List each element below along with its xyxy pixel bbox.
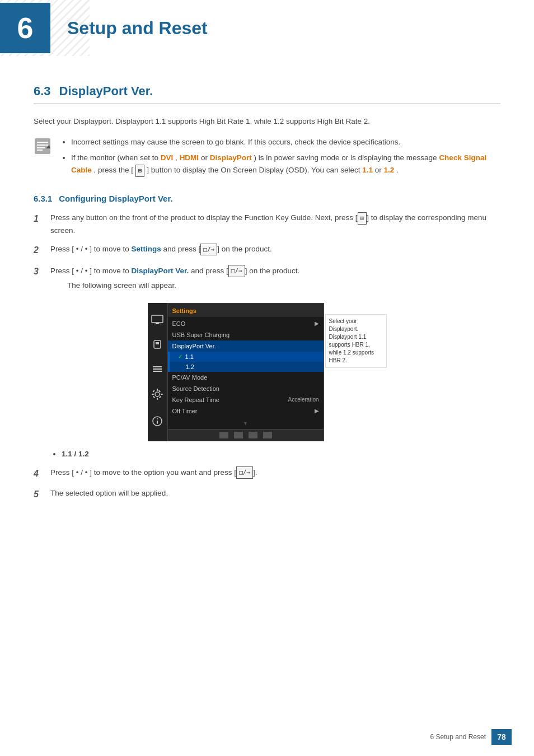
svg-rect-17 <box>152 394 154 395</box>
chapter-title: Setup and Reset <box>62 18 208 38</box>
option-versions-text: 1.1 / 1.2 <box>62 450 89 458</box>
menu-label-pcav: PC/AV Mode <box>172 374 208 381</box>
step-number-1: 1 <box>34 212 50 226</box>
svg-rect-1 <box>37 142 48 143</box>
footer-page-number: 78 <box>491 729 512 745</box>
step-text-4: Press [ • / • ] to move to the option yo… <box>50 466 500 479</box>
screenshot-container: Settings ECO ▶ USB Super Charging <box>34 303 500 441</box>
eco-arrow: ▶ <box>315 320 319 326</box>
submenu-row-12: 1.2 <box>170 362 324 372</box>
svg-rect-24 <box>157 421 158 424</box>
note-middle: ) is in power saving mode or is displayi… <box>254 153 439 162</box>
dp-highlight: DisplayPort <box>210 153 252 162</box>
footer-btn-3 <box>249 432 257 438</box>
note-list: Incorrect settings may cause the screen … <box>60 136 500 178</box>
step-number-2: 2 <box>34 243 50 258</box>
svg-rect-3 <box>37 147 45 148</box>
svg-rect-6 <box>152 315 163 323</box>
screenshot-main: Settings ECO ▶ USB Super Charging <box>167 303 324 441</box>
svg-rect-16 <box>157 398 158 400</box>
note-box: Incorrect settings may cause the screen … <box>34 136 500 180</box>
v1-highlight: 1.1 <box>362 166 373 174</box>
svg-rect-20 <box>159 396 161 398</box>
note-item-1: Incorrect settings may cause the screen … <box>71 136 500 149</box>
hdmi-highlight: HDMI <box>180 153 199 162</box>
submenu: ✓ 1.1 1.2 <box>168 352 324 372</box>
intro-text: Select your Displayport. Displayport 1.1… <box>34 115 500 128</box>
menu-row-keyrepeat: Key Repeat Time Acceleration <box>168 394 324 405</box>
submenu-row-11: ✓ 1.1 <box>170 352 324 362</box>
menu-icon <box>151 364 163 376</box>
menu-row-dp: DisplayPort Ver. <box>168 340 324 352</box>
svg-point-14 <box>155 392 160 396</box>
steps-list-cont: 4 Press [ • / • ] to move to the option … <box>34 466 500 502</box>
section-heading: 6.3 DisplayPort Ver. <box>34 84 500 104</box>
step-text-3: Press [ • / • ] to move to DisplayPort V… <box>50 267 299 275</box>
page-header: 6 Setup and Reset <box>0 0 534 56</box>
svg-rect-10 <box>156 342 159 344</box>
screenshot-header: Settings <box>168 304 324 317</box>
note-item-2: If the monitor (when set to DVI , HDMI o… <box>71 152 500 178</box>
note-sep2: or <box>201 153 210 162</box>
svg-rect-7 <box>156 323 159 324</box>
svg-rect-12 <box>153 368 162 370</box>
option-list: 1.1 / 1.2 <box>34 450 500 458</box>
btn-icon-step3: □/⇒ <box>228 265 245 277</box>
step-3-content: Press [ • / • ] to move to DisplayPort V… <box>50 264 299 292</box>
chapter-number: 6 <box>17 11 34 45</box>
steps-list: 1 Press any button on the front of the p… <box>34 212 500 291</box>
step-3-subtext: The following screen will appear. <box>67 279 299 292</box>
step-text-2: Press [ • / • ] to move to Settings and … <box>50 243 500 255</box>
monitor-icon <box>151 315 163 326</box>
footer-left-text: 6 Setup and Reset <box>430 733 486 741</box>
info-icon <box>151 415 163 429</box>
dpver-highlight: DisplayPort Ver. <box>132 267 189 275</box>
menu-row-source: Source Detection <box>168 383 324 394</box>
chapter-title-wrapper: Setup and Reset <box>62 18 208 39</box>
dvi-highlight: DVI <box>161 153 174 162</box>
step-3: 3 Press [ • / • ] to move to DisplayPort… <box>34 264 500 292</box>
subsection-title: Configuring DisplayPort Ver. <box>59 194 172 203</box>
menu-label-source: Source Detection <box>172 385 219 392</box>
menu-label-eco: ECO <box>172 320 186 327</box>
subsection-number: 6.3.1 <box>34 194 52 203</box>
svg-rect-19 <box>152 390 154 393</box>
usb-icon <box>151 339 163 351</box>
screenshot-sidebar <box>148 303 167 441</box>
screenshot-tooltip: Select your Displayport. Displayport 1.1… <box>325 314 387 368</box>
svg-rect-11 <box>153 366 162 367</box>
svg-rect-18 <box>161 394 163 395</box>
menu-row-pcav: PC/AV Mode <box>168 372 324 383</box>
screenshot-footer <box>168 429 324 441</box>
screenshot-header-text: Settings <box>172 307 196 314</box>
v2-highlight: 1.2 <box>384 166 395 174</box>
note-suffix2: ] button to display the On Screen Displa… <box>147 166 362 174</box>
footer-btn-2 <box>234 432 243 438</box>
menu-row-eco: ECO ▶ <box>168 318 324 329</box>
step-1: 1 Press any button on the front of the p… <box>34 212 500 236</box>
menu-row-offtimer: Off Timer ▶ <box>168 405 324 417</box>
step-4: 4 Press [ • / • ] to move to the option … <box>34 466 500 481</box>
btn-icon-step2: □/⇒ <box>200 244 217 256</box>
subsection-heading: 6.3.1 Configuring DisplayPort Ver. <box>34 194 500 203</box>
svg-rect-2 <box>37 144 48 146</box>
note-content: Incorrect settings may cause the screen … <box>60 136 500 180</box>
check-mark-11: ✓ <box>178 353 182 360</box>
menu-label-keyrepeat: Key Repeat Time <box>172 396 219 403</box>
step-number-5: 5 <box>34 487 50 502</box>
svg-rect-5 <box>37 150 43 151</box>
submenu-label-11: 1.1 <box>185 353 194 360</box>
svg-rect-25 <box>157 418 158 419</box>
step-number-3: 3 <box>34 264 50 279</box>
screenshot-wrapper: Settings ECO ▶ USB Super Charging <box>148 303 387 441</box>
menu-button-icon: ⊞ <box>135 165 145 178</box>
section-title: DisplayPort Ver. <box>59 84 153 99</box>
menu-label-usb: USB Super Charging <box>172 332 230 338</box>
gear-icon <box>151 388 163 402</box>
note-sep3: or <box>375 166 384 174</box>
svg-rect-13 <box>153 371 162 372</box>
settings-highlight: Settings <box>132 245 161 253</box>
svg-rect-8 <box>154 324 161 324</box>
menu-label-dp: DisplayPort Ver. <box>172 343 216 349</box>
step-text-1: Press any button on the front of the pro… <box>50 212 500 236</box>
